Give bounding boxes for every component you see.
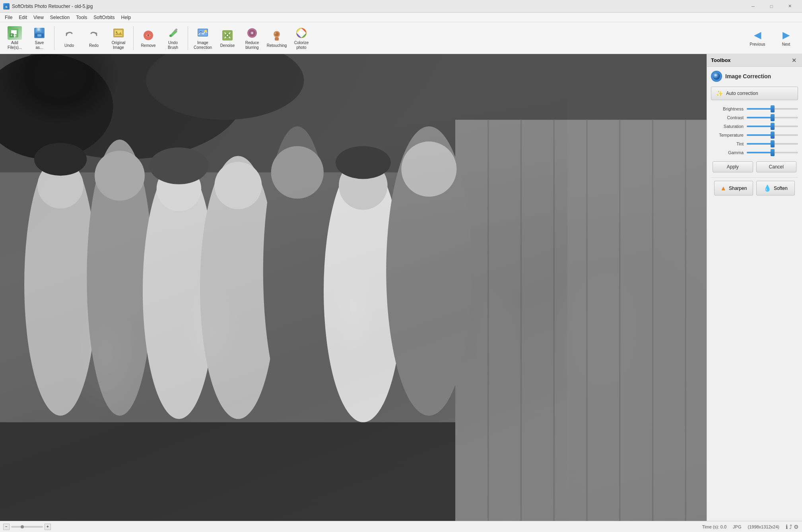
menu-file[interactable]: File [2, 13, 16, 22]
menu-tools[interactable]: Tools [73, 13, 90, 22]
saturation-label: Saturation [711, 124, 747, 129]
contrast-slider[interactable] [747, 117, 798, 118]
auto-correction-button[interactable]: ✨ Auto correction [711, 87, 798, 100]
app-icon: S [3, 3, 10, 10]
zoom-in-button[interactable]: + [45, 524, 51, 530]
zoom-thumb [21, 525, 24, 528]
save-as-label: Saveas... [35, 41, 44, 50]
separator-3 [188, 26, 188, 50]
svg-point-66 [214, 162, 262, 209]
brightness-row: Brightness [711, 106, 798, 111]
redo-label: Redo [89, 43, 99, 48]
save-as-button[interactable]: Saveas... [28, 24, 51, 52]
original-image-label: OriginalImage [112, 41, 125, 50]
window-controls[interactable]: ─ □ ✕ [744, 0, 799, 13]
colorize-photo-button[interactable]: Colorizephoto [290, 24, 313, 52]
original-image-button[interactable]: OriginalImage [107, 24, 130, 52]
maximize-button[interactable]: □ [762, 0, 781, 13]
next-button[interactable]: ▶ Next [773, 24, 799, 52]
svg-rect-10 [37, 28, 40, 31]
reduce-blurring-label: Reduceblurring [245, 41, 259, 50]
gamma-label: Gamma [711, 150, 747, 155]
toolbox-close-button[interactable]: ✕ [790, 56, 798, 64]
sharpen-button[interactable]: ▲ Sharpen [714, 181, 753, 195]
remove-icon [141, 28, 155, 43]
undo-brush-button[interactable]: UndoBrush [161, 24, 184, 52]
settings-icon[interactable]: ⚙ [794, 524, 799, 530]
svg-point-61 [95, 151, 145, 201]
menu-view[interactable]: View [30, 13, 47, 22]
tint-slider[interactable] [747, 143, 798, 145]
soften-button[interactable]: 💧 Soften [756, 181, 795, 195]
reduce-blurring-button[interactable]: Reduceblurring [241, 24, 264, 52]
next-arrow-icon: ▶ [783, 29, 790, 41]
brightness-label: Brightness [711, 106, 747, 111]
correction-name: Image Correction [725, 73, 771, 79]
title-bar: S SoftOrbits Photo Retoucher - old-5.jpg… [0, 0, 802, 13]
temperature-row: Temperature [711, 133, 798, 137]
add-files-button[interactable]: + AddFile(s)... [3, 24, 26, 52]
window-title: SoftOrbits Photo Retoucher - old-5.jpg [12, 4, 93, 9]
retouching-button[interactable]: Retouching [265, 24, 288, 52]
sliders-container: Brightness Contrast Saturation [711, 106, 798, 155]
remove-button[interactable]: Remove [137, 24, 160, 52]
denoise-button[interactable]: Denoise [216, 24, 239, 52]
svg-rect-40 [275, 37, 279, 41]
blur-icon [245, 26, 259, 40]
correction-sphere-icon [711, 71, 722, 82]
share-icon[interactable]: ⤴ [789, 524, 792, 530]
brightness-slider[interactable] [747, 108, 798, 110]
temperature-slider[interactable] [747, 134, 798, 136]
toolbox-title: Toolbox [711, 57, 731, 63]
menu-help[interactable]: Help [118, 13, 134, 22]
contrast-row: Contrast [711, 115, 798, 120]
close-button[interactable]: ✕ [781, 0, 799, 13]
undo-icon [62, 28, 76, 43]
separator-1 [54, 26, 54, 50]
svg-point-64 [149, 147, 208, 184]
svg-point-27 [204, 30, 207, 32]
menu-bar: File Edit View Selection Tools SoftOrbit… [0, 13, 802, 22]
add-files-label: AddFile(s)... [8, 41, 22, 50]
menu-selection[interactable]: Selection [47, 13, 73, 22]
undo-button[interactable]: Undo [58, 24, 81, 52]
next-label: Next [782, 42, 790, 46]
time-label: Time (s): 0.0 [702, 524, 726, 529]
remove-label: Remove [141, 43, 155, 48]
zoom-out-button[interactable]: − [3, 524, 10, 530]
image-correction-button[interactable]: ImageCorrection [191, 24, 214, 52]
menu-softorbits[interactable]: SoftOrbits [90, 13, 118, 22]
cancel-button[interactable]: Cancel [756, 161, 797, 172]
saturation-slider[interactable] [747, 126, 798, 127]
format-label: JPG [733, 524, 741, 529]
denoise-label: Denoise [220, 43, 235, 48]
title-left: S SoftOrbits Photo Retoucher - old-5.jpg [3, 3, 93, 10]
info-icon[interactable]: ℹ [786, 524, 788, 530]
canvas-area[interactable] [0, 54, 707, 521]
undo-brush-label: UndoBrush [168, 41, 178, 50]
svg-point-21 [147, 34, 150, 37]
dimensions-label: (1998x1312x24) [748, 524, 779, 529]
temperature-label: Temperature [711, 133, 747, 137]
zoom-track[interactable] [11, 526, 43, 528]
svg-text:+: + [10, 33, 12, 37]
svg-point-68 [271, 146, 324, 199]
svg-rect-12 [37, 34, 41, 37]
undo-label: Undo [64, 43, 74, 48]
svg-point-73 [401, 141, 456, 197]
auto-correction-label: Auto correction [726, 91, 758, 96]
correction-title: Image Correction [711, 71, 798, 82]
sharpen-icon: ▲ [720, 185, 726, 192]
apply-button[interactable]: Apply [713, 161, 753, 172]
menu-edit[interactable]: Edit [16, 13, 30, 22]
status-bar: − + Time (s): 0.0 JPG (1998x1312x24) ℹ ⤴… [0, 521, 802, 532]
colorize-photo-label: Colorizephoto [294, 41, 309, 50]
redo-button[interactable]: Redo [82, 24, 105, 52]
gamma-slider[interactable] [747, 152, 798, 153]
svg-point-39 [275, 33, 276, 34]
previous-button[interactable]: ◀ Previous [745, 24, 770, 52]
denoise-icon [220, 28, 235, 43]
minimize-button[interactable]: ─ [744, 0, 762, 13]
zoom-controls: − + [3, 524, 51, 530]
sharpen-label: Sharpen [729, 186, 747, 191]
